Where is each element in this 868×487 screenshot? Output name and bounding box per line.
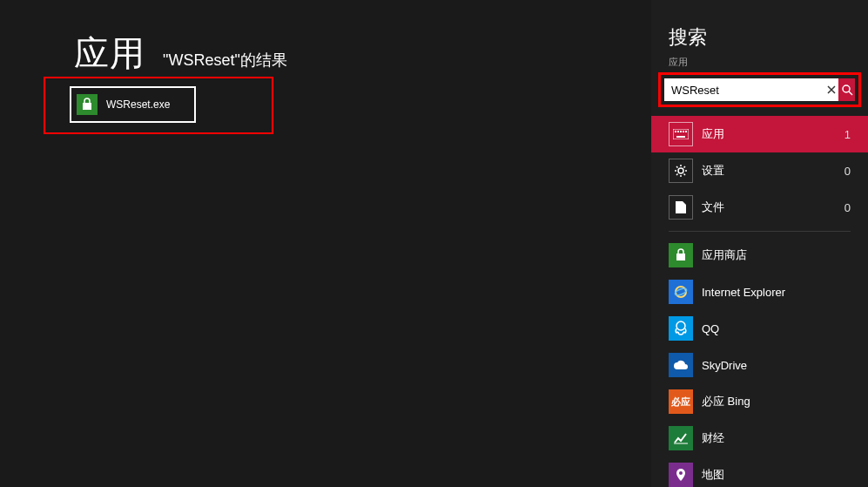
- svg-rect-7: [685, 131, 687, 132]
- app-item-map[interactable]: 地图: [662, 457, 858, 487]
- app-item-ie[interactable]: Internet Explorer: [662, 274, 858, 310]
- svg-rect-5: [680, 131, 682, 132]
- page-title: 应用: [74, 30, 145, 78]
- svg-point-1: [843, 85, 850, 92]
- category-settings[interactable]: 设置 0: [651, 152, 868, 189]
- keyboard-icon: [669, 122, 693, 146]
- file-icon: [669, 195, 693, 220]
- svg-rect-10: [676, 254, 685, 260]
- svg-rect-4: [677, 131, 679, 132]
- search-input-row: [664, 78, 855, 101]
- gear-icon: [669, 159, 693, 183]
- search-category-list: 应用 1 设置 0 文件 0: [651, 116, 868, 226]
- divider: [669, 231, 851, 232]
- svg-rect-0: [83, 103, 91, 110]
- category-files[interactable]: 文件 0: [651, 189, 868, 226]
- search-panel: 搜索 应用 应用 1 设置 0: [651, 0, 868, 487]
- category-label: 文件: [702, 200, 844, 215]
- search-app-list: 应用商店 Internet Explorer QQ SkyDrive 必应 必应…: [662, 237, 858, 487]
- results-area: 应用 "WSReset"的结果 WSReset.exe: [0, 0, 651, 487]
- app-label: SkyDrive: [702, 359, 747, 372]
- category-count: 0: [844, 165, 851, 178]
- search-input[interactable]: [664, 78, 824, 101]
- category-label: 设置: [702, 163, 844, 179]
- annotation-highlight-searchbox: [658, 72, 861, 107]
- app-item-skydrive[interactable]: SkyDrive: [662, 347, 858, 383]
- app-label: 财经: [702, 430, 724, 446]
- svg-rect-3: [675, 131, 676, 132]
- cloud-icon: [669, 353, 693, 377]
- store-icon: [77, 94, 98, 115]
- search-icon: [841, 84, 853, 96]
- search-title: 搜索: [669, 24, 858, 51]
- map-icon: [669, 463, 693, 487]
- svg-rect-6: [683, 131, 684, 132]
- clear-button[interactable]: [824, 78, 838, 101]
- app-label: Internet Explorer: [702, 286, 785, 299]
- search-result-label: WSReset.exe: [106, 98, 170, 111]
- app-item-bing[interactable]: 必应 必应 Bing: [662, 383, 858, 420]
- category-label: 应用: [702, 126, 844, 142]
- svg-point-9: [678, 168, 683, 173]
- search-button[interactable]: [838, 78, 855, 101]
- category-apps[interactable]: 应用 1: [651, 116, 868, 152]
- svg-rect-8: [676, 136, 685, 138]
- svg-rect-2: [673, 129, 689, 139]
- app-label: QQ: [702, 322, 719, 335]
- search-result-tile[interactable]: WSReset.exe: [70, 86, 196, 123]
- category-count: 1: [844, 128, 851, 141]
- page-subtitle: "WSReset"的结果: [163, 50, 287, 71]
- app-item-qq[interactable]: QQ: [662, 310, 858, 347]
- app-label: 地图: [702, 467, 724, 483]
- store-icon: [669, 243, 693, 267]
- category-count: 0: [844, 201, 851, 214]
- svg-point-13: [676, 321, 685, 330]
- app-item-finance[interactable]: 财经: [662, 420, 858, 457]
- ie-icon: [669, 280, 693, 304]
- bing-icon: 必应: [669, 389, 693, 414]
- search-scope-label: 应用: [669, 56, 858, 69]
- finance-icon: [669, 426, 693, 450]
- app-label: 应用商店: [702, 247, 747, 263]
- title-row: 应用 "WSReset"的结果: [74, 30, 287, 78]
- close-icon: [827, 85, 836, 94]
- app-item-store[interactable]: 应用商店: [662, 237, 858, 274]
- app-label: 必应 Bing: [702, 394, 750, 409]
- svg-point-14: [679, 471, 683, 475]
- qq-icon: [669, 316, 693, 341]
